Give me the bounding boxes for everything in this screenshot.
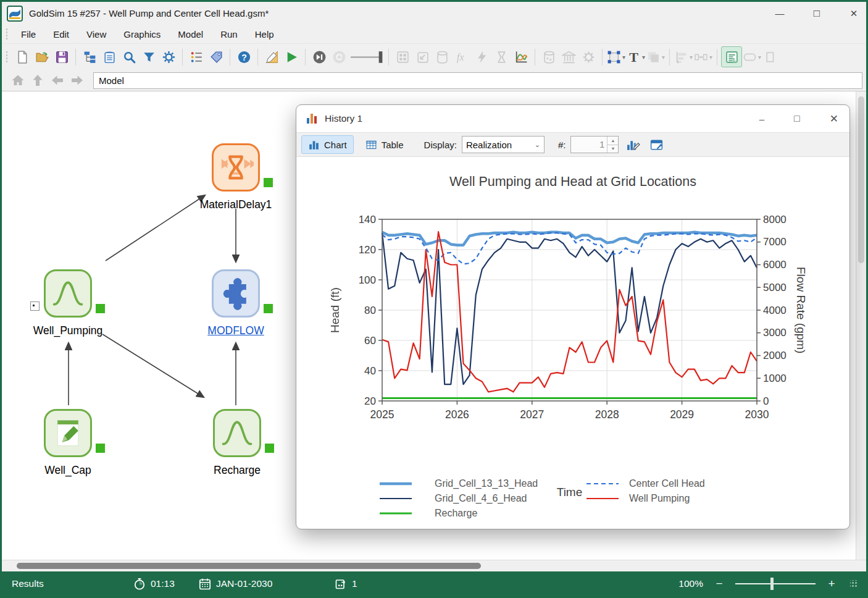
x-tick-label: 2029	[670, 408, 694, 421]
tab-table[interactable]: Table	[359, 135, 411, 154]
legend-label: Center Cell Head	[629, 478, 705, 489]
node-well-cap[interactable]: Well_Cap	[44, 409, 92, 457]
run-model-button[interactable]	[282, 47, 301, 67]
zoom-slider[interactable]	[735, 578, 816, 590]
bank-icon	[562, 50, 576, 64]
menu-run[interactable]: Run	[212, 27, 246, 42]
realization-spinner-value: 1	[599, 139, 604, 150]
navigation-bar	[2, 70, 866, 91]
text-T-icon: T	[627, 50, 641, 64]
minimize-button[interactable]: —	[774, 8, 786, 19]
menu-view[interactable]: View	[78, 27, 115, 42]
spinner-down-button[interactable]: ▼	[607, 145, 618, 153]
result-element-button[interactable]	[511, 47, 531, 67]
result-display-button[interactable]	[721, 46, 742, 67]
menu-edit[interactable]: Edit	[44, 27, 78, 42]
display-select[interactable]: Realization ⌄	[462, 136, 545, 153]
menu-model[interactable]: Model	[169, 27, 212, 42]
open-model-button[interactable]	[32, 47, 52, 67]
svg-text:fx: fx	[457, 52, 464, 63]
chart-properties-button[interactable]	[647, 135, 666, 154]
shape-tool-dropdown-caret[interactable]: ▾	[758, 54, 761, 61]
options-button[interactable]	[159, 47, 178, 67]
node-modflow[interactable]: MODFLOW	[212, 269, 260, 318]
model-browser-button[interactable]	[80, 47, 99, 67]
vertical-scrollbar[interactable]	[856, 91, 866, 560]
reservoir-button	[559, 47, 578, 67]
status-mode-label: Results	[12, 578, 44, 589]
close-button[interactable]: ✕	[848, 8, 860, 19]
zoom-slider-track	[735, 583, 816, 584]
menu-graphics[interactable]: Graphics	[115, 27, 169, 42]
zoom-out-button[interactable]: −	[714, 577, 724, 591]
x-tick-label: 2030	[745, 408, 769, 421]
legend-label: Well Pumping	[629, 493, 690, 504]
spacing-tool-button: ▾	[693, 47, 713, 67]
save-model-button[interactable]	[52, 47, 72, 67]
new-model-button[interactable]	[12, 47, 32, 67]
horizontal-scrollbar-thumb[interactable]	[17, 563, 481, 569]
back-button[interactable]	[48, 72, 67, 89]
zoom-slider-handle[interactable]	[770, 578, 774, 590]
status-indicator	[96, 304, 105, 313]
node-label-modflow-link[interactable]: MODFLOW	[207, 324, 264, 337]
series-grid-cell-4-6-head	[382, 233, 757, 384]
resize-grip[interactable]	[850, 580, 858, 587]
node-recharge[interactable]: Recharge	[213, 409, 261, 457]
categories-button[interactable]	[186, 47, 206, 67]
node-material-delay[interactable]: MaterialDelay1	[212, 143, 260, 192]
text-tool-dropdown-caret[interactable]: ▾	[642, 54, 645, 61]
history-minimize-button[interactable]: –	[759, 114, 764, 124]
layers-tool-dropdown-caret[interactable]: ▾	[662, 54, 665, 61]
settings-gear-icon	[162, 50, 176, 64]
tab-chart[interactable]: Chart	[301, 135, 354, 154]
selection-tool-button[interactable]: ▾	[606, 47, 626, 67]
status-indicator	[264, 178, 273, 187]
spinner-up-button[interactable]: ▲	[607, 137, 618, 145]
help-button[interactable]: ?	[234, 47, 254, 67]
history-maximize-button[interactable]: □	[794, 113, 800, 124]
shape-tool-button: ▾	[742, 47, 762, 67]
realization-spinner[interactable]: 1 ▲ ▼	[570, 136, 619, 153]
history-close-button[interactable]: ✕	[830, 112, 838, 125]
zoom-in-button[interactable]: +	[827, 577, 837, 591]
appearance-button[interactable]	[262, 47, 282, 67]
y-right-tick-label: 6000	[763, 259, 787, 271]
home-button[interactable]	[8, 72, 28, 89]
status-indicator	[96, 444, 105, 453]
edit-chart-style-button[interactable]	[624, 135, 642, 154]
plain-rect-icon	[765, 50, 779, 64]
skip-to-end-button[interactable]	[309, 47, 329, 67]
function-element-button: fx	[452, 47, 472, 67]
app-title-bar: GoldSim 15 #257 - Well Pump and Center C…	[2, 2, 866, 25]
reset-circle-icon	[332, 50, 346, 64]
align-tool-dropdown-caret[interactable]: ▾	[690, 54, 693, 61]
address-input[interactable]	[93, 72, 862, 89]
filter-button[interactable]	[139, 47, 159, 67]
search-button[interactable]	[119, 47, 139, 67]
toolbar-separator	[75, 49, 76, 65]
hourglass-icon	[495, 50, 509, 64]
maximize-button[interactable]: □	[811, 7, 823, 20]
time-slider-button[interactable]	[349, 47, 385, 67]
toolbar-separator	[717, 49, 717, 65]
forward-button[interactable]	[67, 72, 87, 89]
zoom-level-value: 100%	[678, 578, 703, 589]
toolbar-separator	[182, 49, 183, 65]
text-tool-button[interactable]: T▾	[626, 47, 646, 67]
notes-button[interactable]	[99, 47, 119, 67]
menu-file[interactable]: File	[12, 27, 44, 42]
history-toolbar: Chart Table Display: Realization ⌄ #: 1 …	[296, 132, 849, 157]
time-slider-icon	[349, 50, 385, 64]
menu-bar: FileEditViewGraphicsModelRunHelp	[2, 25, 866, 43]
up-arrow-icon	[30, 73, 45, 88]
node-well-pumping[interactable]: Well_Pumping	[44, 269, 92, 318]
tags-button[interactable]	[206, 47, 226, 67]
legend-swatch	[586, 495, 619, 502]
horizontal-scrollbar[interactable]	[2, 560, 866, 572]
menu-help[interactable]: Help	[246, 27, 283, 42]
spacing-tool-dropdown-caret[interactable]: ▾	[709, 54, 712, 61]
selection-tool-dropdown-caret[interactable]: ▾	[622, 54, 625, 61]
vertical-scrollbar-thumb[interactable]	[858, 96, 864, 263]
up-button[interactable]	[28, 72, 48, 89]
